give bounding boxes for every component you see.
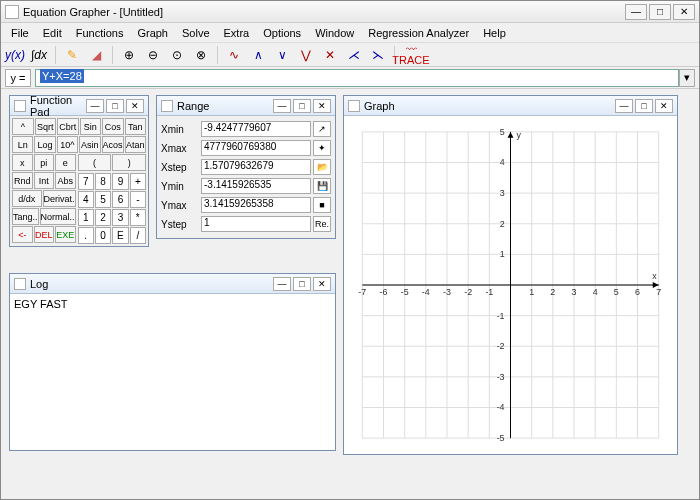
- zoom-reset-icon[interactable]: ⊗: [191, 45, 211, 65]
- fn-cos[interactable]: Cos: [102, 118, 124, 135]
- menu-extra[interactable]: Extra: [218, 25, 256, 41]
- fn-del[interactable]: DEL: [34, 226, 55, 243]
- curve4-icon[interactable]: ⋁: [296, 45, 316, 65]
- kp-div[interactable]: /: [130, 227, 146, 244]
- menu-functions[interactable]: Functions: [70, 25, 130, 41]
- equation-input[interactable]: Y+X=28: [35, 69, 679, 87]
- kp-6[interactable]: 6: [112, 191, 128, 208]
- zoom-in-icon[interactable]: ⊕: [119, 45, 139, 65]
- fnpad-min-button[interactable]: —: [86, 99, 104, 113]
- range-re-button[interactable]: Re.: [313, 216, 331, 232]
- kp-1[interactable]: 1: [78, 209, 94, 226]
- menu-solve[interactable]: Solve: [176, 25, 216, 41]
- xmax-input[interactable]: 4777960769380: [201, 140, 311, 156]
- minimize-button[interactable]: —: [625, 4, 647, 20]
- fn-asin[interactable]: Asin: [79, 136, 100, 153]
- trace-icon[interactable]: 〰TRACE: [401, 45, 421, 65]
- ystep-input[interactable]: 1: [201, 216, 311, 232]
- range-disk-icon[interactable]: ■: [313, 197, 331, 213]
- fn-atan[interactable]: Atan: [125, 136, 146, 153]
- ymin-input[interactable]: -3.1415926535: [201, 178, 311, 194]
- fn-sqrt[interactable]: Sqrt: [35, 118, 57, 135]
- menu-help[interactable]: Help: [477, 25, 512, 41]
- fn-pi[interactable]: pi: [34, 154, 55, 171]
- fn-ddx[interactable]: d/dx: [12, 190, 42, 207]
- curve7-icon[interactable]: ⋋: [368, 45, 388, 65]
- kp-e[interactable]: E: [112, 227, 128, 244]
- fn-sin[interactable]: Sin: [80, 118, 102, 135]
- zoom-out-icon[interactable]: ⊖: [143, 45, 163, 65]
- graph-close-button[interactable]: ✕: [655, 99, 673, 113]
- graph-min-button[interactable]: —: [615, 99, 633, 113]
- kp-8[interactable]: 8: [95, 173, 111, 190]
- fn-caret[interactable]: ^: [12, 118, 34, 135]
- integral-tool-icon[interactable]: ∫dx: [29, 45, 49, 65]
- fn-10x[interactable]: 10^: [57, 136, 78, 153]
- fn-rparen[interactable]: ): [112, 154, 146, 171]
- log-max-button[interactable]: □: [293, 277, 311, 291]
- curve3-icon[interactable]: ∨: [272, 45, 292, 65]
- fn-x[interactable]: x: [12, 154, 33, 171]
- log-close-button[interactable]: ✕: [313, 277, 331, 291]
- kp-0[interactable]: 0: [95, 227, 111, 244]
- graph-canvas[interactable]: -7-6-5-4-3-2-11234567-5-4-3-2-112345xy: [344, 116, 677, 454]
- fn-ln[interactable]: Ln: [12, 136, 33, 153]
- eraser-icon[interactable]: ◢: [86, 45, 106, 65]
- kp-plus[interactable]: +: [130, 173, 146, 190]
- kp-9[interactable]: 9: [112, 173, 128, 190]
- kp-mult[interactable]: *: [130, 209, 146, 226]
- range-open-icon[interactable]: 📂: [313, 159, 331, 175]
- kp-5[interactable]: 5: [95, 191, 111, 208]
- fn-deriv[interactable]: Derivat.: [43, 190, 76, 207]
- xstep-input[interactable]: 1.57079632679: [201, 159, 311, 175]
- dropdown-button[interactable]: ▾: [679, 69, 695, 87]
- log-content[interactable]: EGY FAST: [10, 294, 335, 450]
- range-close-button[interactable]: ✕: [313, 99, 331, 113]
- fn-rnd[interactable]: Rnd: [12, 172, 33, 189]
- fn-normal[interactable]: Normal..: [40, 208, 76, 225]
- fn-tang[interactable]: Tang..: [12, 208, 39, 225]
- zoom-fit-icon[interactable]: ⊙: [167, 45, 187, 65]
- fn-tan[interactable]: Tan: [125, 118, 147, 135]
- fn-log[interactable]: Log: [34, 136, 55, 153]
- range-min-button[interactable]: —: [273, 99, 291, 113]
- kp-minus[interactable]: -: [130, 191, 146, 208]
- fnpad-close-button[interactable]: ✕: [126, 99, 144, 113]
- fn-abs[interactable]: Abs: [55, 172, 76, 189]
- ymax-input[interactable]: 3.14159265358: [201, 197, 311, 213]
- curve6-icon[interactable]: ⋌: [344, 45, 364, 65]
- curve5-icon[interactable]: ✕: [320, 45, 340, 65]
- kp-4[interactable]: 4: [78, 191, 94, 208]
- range-tool2-icon[interactable]: ✦: [313, 140, 331, 156]
- log-min-button[interactable]: —: [273, 277, 291, 291]
- kp-7[interactable]: 7: [78, 173, 94, 190]
- fn-exe[interactable]: EXE: [55, 226, 76, 243]
- maximize-button[interactable]: □: [649, 4, 671, 20]
- menu-file[interactable]: File: [5, 25, 35, 41]
- fn-cbrt[interactable]: Cbrt: [57, 118, 79, 135]
- range-save-icon[interactable]: 💾: [313, 178, 331, 194]
- menu-graph[interactable]: Graph: [131, 25, 174, 41]
- pencil-icon[interactable]: ✎: [62, 45, 82, 65]
- fnpad-max-button[interactable]: □: [106, 99, 124, 113]
- range-tool1-icon[interactable]: ↗: [313, 121, 331, 137]
- range-max-button[interactable]: □: [293, 99, 311, 113]
- menu-regression[interactable]: Regression Analyzer: [362, 25, 475, 41]
- menu-edit[interactable]: Edit: [37, 25, 68, 41]
- kp-2[interactable]: 2: [95, 209, 111, 226]
- kp-dot[interactable]: .: [78, 227, 94, 244]
- fn-e[interactable]: e: [55, 154, 76, 171]
- xmin-input[interactable]: -9.4247779607: [201, 121, 311, 137]
- curve1-icon[interactable]: ∿: [224, 45, 244, 65]
- menu-window[interactable]: Window: [309, 25, 360, 41]
- fn-lparen[interactable]: (: [78, 154, 112, 171]
- kp-3[interactable]: 3: [112, 209, 128, 226]
- menu-options[interactable]: Options: [257, 25, 307, 41]
- yx-tool-icon[interactable]: y(x): [5, 45, 25, 65]
- fn-acos[interactable]: Acos: [102, 136, 124, 153]
- fn-back[interactable]: <-: [12, 226, 33, 243]
- fn-int[interactable]: Int: [34, 172, 55, 189]
- graph-max-button[interactable]: □: [635, 99, 653, 113]
- curve2-icon[interactable]: ∧: [248, 45, 268, 65]
- close-button[interactable]: ✕: [673, 4, 695, 20]
